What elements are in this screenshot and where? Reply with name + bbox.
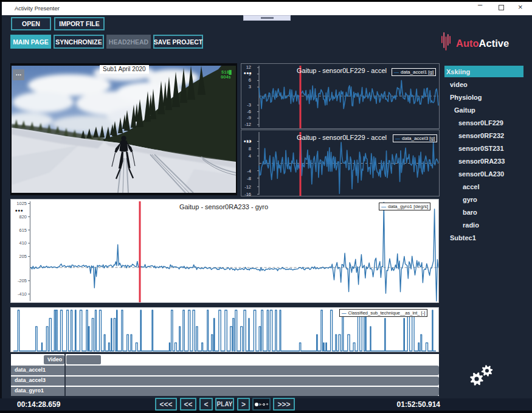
svg-text:GO4s: GO4s	[221, 75, 231, 80]
svg-text:AutoActive: AutoActive	[456, 38, 509, 49]
